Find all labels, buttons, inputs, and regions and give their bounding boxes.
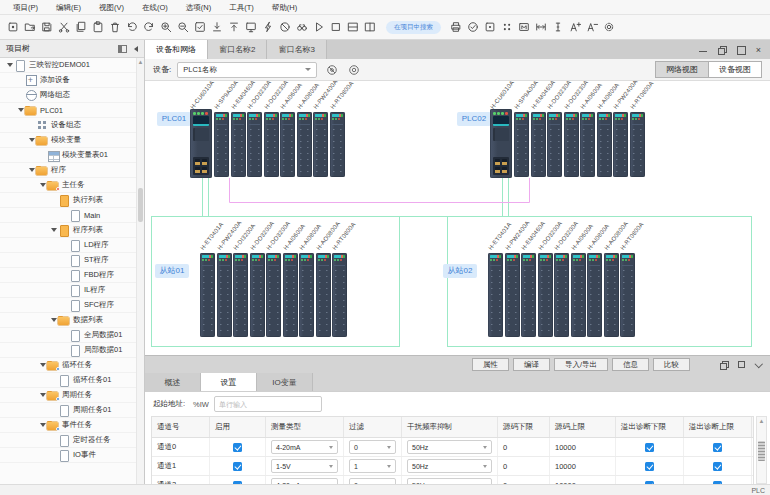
io-module[interactable]: [571, 253, 586, 337]
filter-select[interactable]: 1: [349, 459, 396, 473]
io-module[interactable]: [266, 253, 281, 337]
tree-item-模块变量[interactable]: 模块变量: [0, 133, 136, 148]
network-canvas[interactable]: PLC01H-CU6010AH-SP9A00AH-EM0460AH-DO3230…: [145, 81, 770, 355]
io-module[interactable]: [231, 112, 246, 177]
tree-item-定时器任务[interactable]: 定时器任务: [0, 433, 136, 448]
io-module[interactable]: [630, 112, 645, 177]
search-in-project[interactable]: 在项目中搜索: [386, 21, 441, 34]
inspector-button-1[interactable]: 编译: [513, 358, 550, 371]
minimize-icon[interactable]: [699, 46, 707, 54]
monitor-icon[interactable]: [243, 18, 259, 36]
tree-item-ST程序[interactable]: ST程序: [0, 253, 136, 268]
tree-item-循环任务01[interactable]: 循环任务01: [0, 373, 136, 388]
inspector-button-4[interactable]: 比较: [653, 358, 690, 371]
io-module[interactable]: [547, 112, 562, 177]
raw-low-cell[interactable]: 0: [498, 476, 550, 484]
upload-from-device-icon[interactable]: [226, 18, 242, 36]
tree-item-执行列表[interactable]: 执行列表: [0, 193, 136, 208]
run-icon[interactable]: [311, 18, 327, 36]
io-module[interactable]: [554, 253, 569, 337]
checkbox[interactable]: [645, 443, 654, 452]
menu-item-1[interactable]: 编辑(E): [47, 0, 90, 15]
raw-low-cell[interactable]: 0: [498, 438, 550, 456]
font-decrease-icon[interactable]: [584, 18, 600, 36]
menu-item-6[interactable]: 帮助(H): [263, 0, 306, 15]
checkbox[interactable]: [645, 462, 654, 471]
expander-icon[interactable]: [50, 318, 58, 322]
io-module[interactable]: [330, 112, 345, 177]
restore-icon[interactable]: [718, 46, 726, 54]
expander-icon[interactable]: [50, 228, 58, 232]
menu-item-0[interactable]: 项目(P): [4, 0, 47, 15]
filter-select[interactable]: 0: [349, 478, 396, 484]
split-horizontal-icon[interactable]: [345, 18, 361, 36]
tree-item-添加设备[interactable]: 添加设备: [0, 73, 136, 88]
eye-icon[interactable]: [347, 63, 361, 77]
expander-icon[interactable]: [39, 423, 47, 427]
io-map-icon[interactable]: [516, 18, 532, 36]
raw-high-cell[interactable]: 10000: [550, 457, 616, 475]
editor-tab-0[interactable]: 设备和网络: [145, 40, 208, 59]
insert-text-icon[interactable]: [550, 18, 566, 36]
menu-item-5[interactable]: 工具(T): [220, 0, 263, 15]
io-module[interactable]: [620, 253, 635, 337]
open-project-icon[interactable]: [22, 18, 38, 36]
tree-item-SFC程序[interactable]: SFC程序: [0, 298, 136, 313]
disable-icon[interactable]: [277, 18, 293, 36]
tree-item-IL程序[interactable]: IL程序: [0, 283, 136, 298]
tree-item-PLC01[interactable]: PLC01: [0, 103, 136, 118]
io-module[interactable]: [564, 112, 579, 177]
io-module[interactable]: [505, 253, 520, 337]
checkbox[interactable]: [713, 462, 722, 471]
io-module[interactable]: [214, 112, 229, 177]
tree-item-程序列表[interactable]: 程序列表: [0, 223, 136, 238]
io-module[interactable]: [613, 112, 628, 177]
measure_type-select[interactable]: 4-20mA: [271, 478, 338, 484]
expander-icon[interactable]: [39, 183, 47, 187]
cpu-module[interactable]: [190, 109, 212, 178]
inspector-button-3[interactable]: 信息: [612, 358, 649, 371]
maximize-panel-icon[interactable]: [737, 361, 745, 369]
start-address-input[interactable]: [214, 396, 322, 412]
io-module[interactable]: [587, 253, 602, 337]
cpu-module[interactable]: [490, 109, 512, 178]
settings-icon[interactable]: [601, 18, 617, 36]
io-module[interactable]: [200, 253, 215, 337]
inspector-tab-1[interactable]: 设置: [201, 373, 257, 391]
tree-item-局部数据01[interactable]: 局部数据01: [0, 343, 136, 358]
split-vertical-icon[interactable]: [362, 18, 378, 36]
tree-item-三映智控DEMO01[interactable]: 三映智控DEMO01: [0, 58, 136, 73]
zoom-in-icon[interactable]: [158, 18, 174, 36]
force-icon[interactable]: [260, 18, 276, 36]
io-module[interactable]: [604, 253, 619, 337]
filter-select[interactable]: 0: [349, 440, 396, 454]
io-module[interactable]: [280, 112, 295, 177]
tree-item-IO事件[interactable]: IO事件: [0, 448, 136, 463]
io-module[interactable]: [233, 253, 248, 337]
tree-item-设备组态[interactable]: 设备组态: [0, 118, 136, 133]
io-module[interactable]: [283, 253, 298, 337]
undo-icon[interactable]: [124, 18, 140, 36]
io-module[interactable]: [250, 253, 265, 337]
scrollbar-thumb[interactable]: [138, 188, 143, 222]
tree-item-主任务[interactable]: 主任务: [0, 178, 136, 193]
scrollbar-thumb[interactable]: [758, 441, 765, 461]
tree-item-全局数据01[interactable]: 全局数据01: [0, 328, 136, 343]
raw-low-cell[interactable]: 0: [498, 457, 550, 475]
io-module[interactable]: [597, 112, 612, 177]
delete-icon[interactable]: [107, 18, 123, 36]
expander-icon[interactable]: [28, 168, 36, 172]
tree-item-事件任务[interactable]: 事件任务: [0, 418, 136, 433]
close-icon[interactable]: ×: [756, 46, 761, 54]
io-module[interactable]: [264, 112, 279, 177]
editor-tab-1[interactable]: 窗口名称2: [208, 40, 267, 59]
width-tool-icon[interactable]: [533, 18, 549, 36]
tree-item-数据列表[interactable]: 数据列表: [0, 313, 136, 328]
freq_suppress-select[interactable]: 50Hz: [407, 440, 492, 454]
checkbox[interactable]: [233, 481, 242, 485]
paste-icon[interactable]: [90, 18, 106, 36]
collapse-panel-chevron-icon[interactable]: [754, 361, 762, 369]
eye-off-icon[interactable]: [325, 63, 339, 77]
grid-dots-icon[interactable]: [499, 18, 515, 36]
checkbox[interactable]: [713, 443, 722, 452]
